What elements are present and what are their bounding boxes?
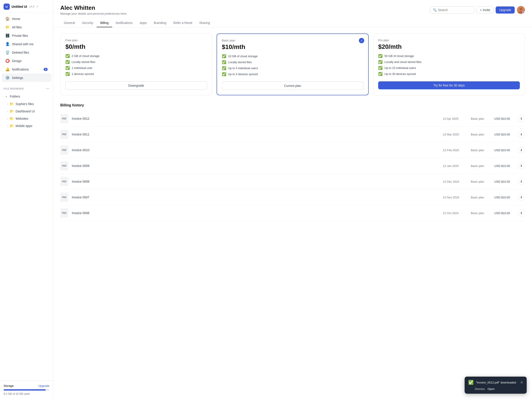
sidebar-item-label: All files [12,25,22,29]
invite-button[interactable]: + Invite [477,6,494,13]
sidebar-item-deleted-files[interactable]: 🗑️ Deleted files [2,48,51,57]
plan-feature: ✅ Up to 5 individual users [222,66,364,70]
check-icon: ✅ [378,66,383,70]
check-icon: ✅ [65,60,70,64]
plan-price-pro: $20/mth [378,43,520,50]
sidebar: U Untitled UI v4.0 ↗ 🏠 Home 📁 All files … [0,0,53,399]
invoice-plan: Basic plan [471,196,491,199]
invoice-row: PDF Invoice 0007 12 Nov 2024 Basic plan … [60,190,525,205]
plan-feature: ✅ Locally and cloud stored files [378,60,520,64]
invoice-plan: Basic plan [471,117,491,120]
notifications-badge: 8 [44,68,48,71]
invoice-amount: USD $10.00 [494,149,514,152]
invoice-amount: USD $10.00 [494,117,514,120]
pdf-icon: PDF [60,177,68,186]
invoice-date: 12 Oct 2024 [443,211,467,215]
invoice-plan: Basic plan [471,133,491,136]
invoice-download-button[interactable]: ⬇ [518,209,525,216]
sidebar-item-home[interactable]: 🏠 Home [2,15,51,23]
sidebar-item-label: Private files [12,34,28,38]
tab-sharing[interactable]: Sharing [196,19,214,27]
invoice-name: Invoice 0009 [72,164,439,168]
external-link-icon[interactable]: ↗ [36,5,38,8]
plan-price-basic: $10/mth [222,44,364,51]
toast-dismiss-button[interactable]: Dismiss [475,387,485,391]
check-icon: ✅ [222,72,226,76]
folder-dashboard-ui[interactable]: › 📁 Dashboard UI [2,108,51,115]
sidebar-item-shared-with-me[interactable]: 👤 Shared with me [2,40,51,48]
plan-name-basic: Basic plan [222,39,364,42]
toast-open-button[interactable]: Open [488,387,495,391]
folder-sophies-files[interactable]: › 📁 Sophie's files [2,101,51,108]
storage-bar [4,389,50,391]
check-icon: ✅ [222,66,226,70]
pdf-icon: PDF [60,114,68,123]
avatar[interactable] [517,6,525,14]
current-plan-button[interactable]: Current plan [222,82,364,90]
tab-notifications[interactable]: Notifications [112,19,136,27]
tab-security[interactable]: Security [78,19,97,27]
pdf-icon: PDF [60,193,68,202]
tab-billing[interactable]: Billing [97,19,112,27]
main-content: Alec Whitten Manage your details and per… [53,0,532,399]
chevron-right-icon: › [7,125,8,127]
plan-name-free: Free plan [65,38,207,42]
check-icon: ✅ [65,66,70,70]
folder-mobile-apps[interactable]: › 📁 Mobile apps [2,122,51,129]
invoice-name: Invoice 0006 [72,211,439,215]
sidebar-item-settings[interactable]: ⚙️ Settings [2,74,51,82]
billing-content: Free plan $0/mth ✅ 2 GB of cloud storage… [53,27,532,227]
tab-general[interactable]: General [60,19,78,27]
folder-icon: 📁 [10,109,14,113]
invoice-download-button[interactable]: ⬇ [518,131,525,138]
folders-section: ▼ Folders › 📁 Sophie's files › 📁 Dashboa… [0,92,53,131]
toast-close-button[interactable]: ✕ [520,380,523,385]
page-subtitle: Manage your details and personal prefere… [60,12,127,15]
invoice-download-button[interactable]: ⬇ [518,146,525,154]
invoice-name: Invoice 0012 [72,117,439,120]
invoice-date: 12 Jan 2025 [443,164,467,168]
plan-feature: ✅ Up to 3 devices synced [222,72,364,76]
invoice-download-button[interactable]: ⬇ [518,178,525,185]
sidebar-item-label: Notifications [12,68,29,71]
invoice-download-button[interactable]: ⬇ [518,194,525,201]
sidebar-item-design[interactable]: ⭕ Design [2,57,51,65]
upgrade-button[interactable]: Upgrade [496,6,515,13]
avatar-verified-badge [522,11,525,14]
sidebar-item-label: Home [12,17,20,21]
try-free-button[interactable]: Try for free for 30 days [378,81,520,89]
search-box[interactable]: 🔍 [430,6,474,13]
sidebar-item-private-files[interactable]: 🗄️ Private files [2,32,51,40]
check-icon: ✅ [65,72,70,76]
chevron-right-icon: › [7,103,8,105]
invoice-amount: USD $10.00 [494,180,514,183]
file-browser-more-icon[interactable]: ⋯ [46,86,50,91]
plans-section: Free plan $0/mth ✅ 2 GB of cloud storage… [60,33,525,95]
folder-websites[interactable]: › 📁 Websites [2,115,51,122]
search-input[interactable] [438,8,471,12]
pdf-icon: PDF [60,161,68,171]
folders-collapse[interactable]: ▼ Folders [2,93,51,100]
file-browser-section: FILE BROWSER ⋯ [0,84,53,92]
app-icon: U [4,4,10,10]
downgrade-button[interactable]: Downgrade [65,81,207,90]
invoice-download-button[interactable]: ⬇ [518,162,525,169]
tab-apps[interactable]: Apps [136,19,150,27]
plan-card-pro: Pro plan $20/mth ✅ 50 GB of cloud storag… [373,33,525,95]
folder-label: Mobile apps [16,124,32,128]
sidebar-item-label: Deleted files [12,51,29,54]
chevron-down-icon: ▼ [5,95,7,98]
search-icon: 🔍 [433,8,437,12]
chevron-right-icon: › [7,110,8,113]
plan-card-basic: ✓ Basic plan $10/mth ✅ 10 GB of cloud st… [216,33,369,95]
invoice-download-button[interactable]: ⬇ [518,115,525,122]
page-header: Alec Whitten Manage your details and per… [53,0,532,15]
tab-branding[interactable]: Branding [150,19,170,27]
invoice-plan: Basic plan [471,180,491,183]
tab-refer-a-friend[interactable]: Refer a friend [170,19,196,27]
storage-upgrade-link[interactable]: Upgrade [38,384,50,387]
sidebar-item-notifications[interactable]: 🔔 Notifications 8 [2,65,51,73]
toast-message: "invoice_0012.pdf" downloaded [476,381,518,384]
invoice-date: 12 Apr 2025 [443,117,467,120]
sidebar-item-all-files[interactable]: 📁 All files [2,23,51,31]
